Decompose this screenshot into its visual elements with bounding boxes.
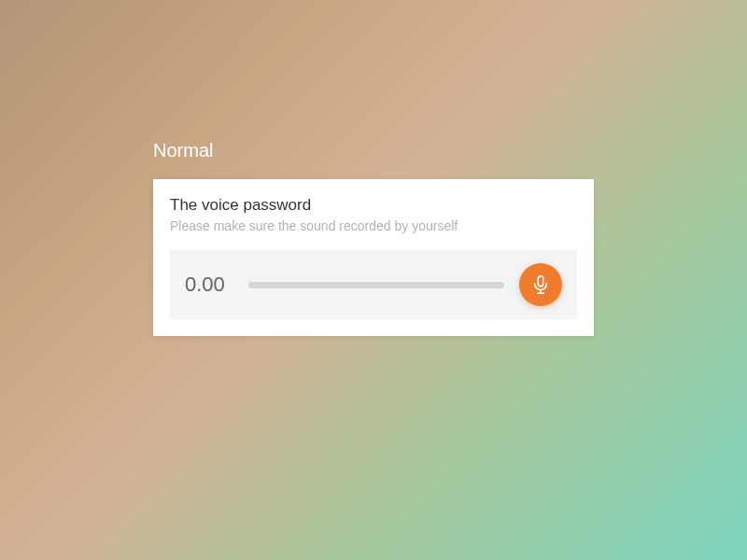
record-button[interactable] bbox=[519, 263, 562, 306]
card-title: The voice password bbox=[170, 196, 577, 215]
voice-password-card: The voice password Please make sure the … bbox=[153, 179, 594, 336]
recorder-timer: 0.00 bbox=[185, 273, 233, 297]
microphone-icon bbox=[530, 274, 551, 295]
recorder-bar: 0.00 bbox=[170, 250, 577, 319]
section-label: Normal bbox=[153, 140, 213, 161]
card-subtitle: Please make sure the sound recorded by y… bbox=[170, 218, 577, 233]
recorder-track[interactable] bbox=[248, 282, 504, 288]
svg-rect-0 bbox=[538, 276, 543, 287]
